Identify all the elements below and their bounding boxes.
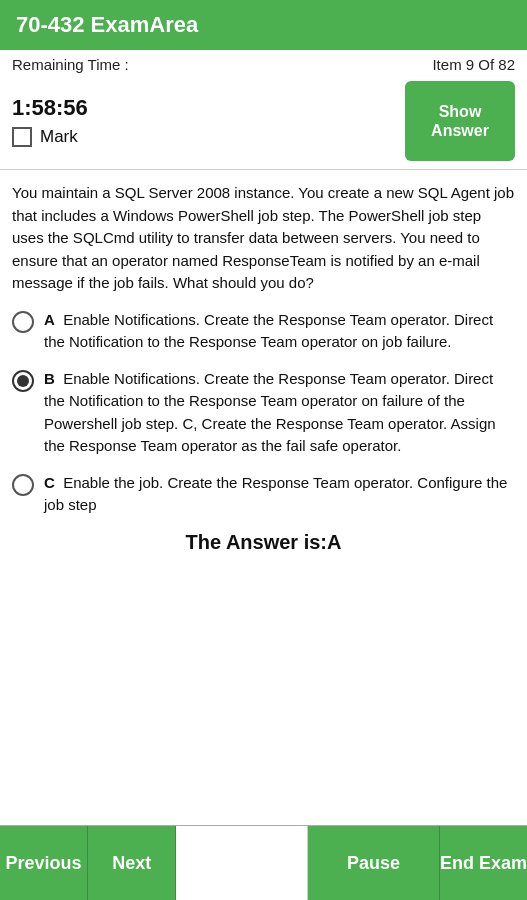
question-text: You maintain a SQL Server 2008 instance.… — [12, 182, 515, 295]
question-area: You maintain a SQL Server 2008 instance.… — [0, 174, 527, 825]
option-a-row[interactable]: A Enable Notifications. Create the Respo… — [12, 309, 515, 354]
answer-reveal: The Answer is:A — [12, 531, 515, 554]
option-c-row[interactable]: C Enable the job. Create the Response Te… — [12, 472, 515, 517]
option-b-text: B Enable Notifications. Create the Respo… — [44, 368, 515, 458]
option-c-radio[interactable] — [12, 474, 34, 496]
option-a-radio[interactable] — [12, 311, 34, 333]
option-b-radio[interactable] — [12, 370, 34, 392]
next-button[interactable]: Next — [88, 826, 176, 900]
option-a-text: A Enable Notifications. Create the Respo… — [44, 309, 515, 354]
app-title: 70-432 ExamArea — [16, 12, 198, 37]
mark-checkbox[interactable] — [12, 127, 32, 147]
item-counter: Item 9 Of 82 — [432, 56, 515, 73]
timer-block: 1:58:56 Mark — [12, 95, 88, 147]
mark-label: Mark — [40, 127, 78, 147]
remaining-time-label: Remaining Time : — [12, 56, 129, 73]
timer-value: 1:58:56 — [12, 95, 88, 121]
radio-inner-b — [17, 375, 29, 387]
timer-row: 1:58:56 Mark Show Answer — [0, 79, 527, 169]
app-header: 70-432 ExamArea — [0, 0, 527, 50]
spacer-middle — [176, 826, 308, 900]
show-answer-button[interactable]: Show Answer — [405, 81, 515, 161]
end-exam-button[interactable]: End Exam — [440, 826, 527, 900]
bottom-nav: Previous Next Pause End Exam — [0, 825, 527, 900]
meta-row: Remaining Time : Item 9 Of 82 — [0, 50, 527, 79]
option-c-text: C Enable the job. Create the Response Te… — [44, 472, 515, 517]
divider — [0, 169, 527, 170]
pause-button[interactable]: Pause — [308, 826, 440, 900]
previous-button[interactable]: Previous — [0, 826, 88, 900]
mark-row: Mark — [12, 127, 88, 147]
option-b-row[interactable]: B Enable Notifications. Create the Respo… — [12, 368, 515, 458]
